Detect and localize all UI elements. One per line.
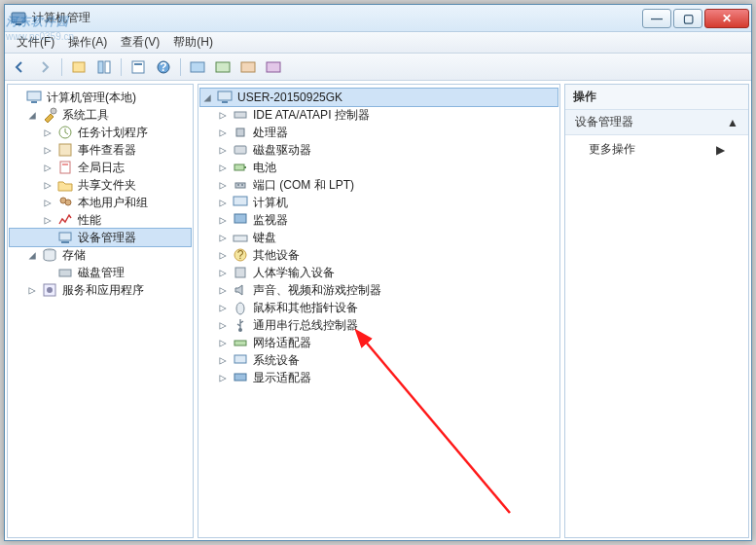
svg-rect-34: [244, 166, 246, 168]
nav-system-tools[interactable]: ◢ 系统工具: [10, 106, 191, 124]
device-system[interactable]: ▷系统设备: [200, 351, 558, 369]
device-monitor[interactable]: ▷监视器: [200, 211, 558, 229]
nav-shared-folders[interactable]: ▷共享文件夹: [10, 176, 191, 194]
cpu-icon: [233, 125, 248, 140]
device-cpu[interactable]: ▷处理器: [200, 124, 558, 141]
perf-icon: [57, 212, 73, 228]
svg-rect-18: [60, 162, 70, 173]
svg-rect-28: [218, 91, 232, 100]
nav-event-viewer[interactable]: ▷事件查看器: [10, 141, 191, 159]
minimize-button[interactable]: —: [642, 9, 671, 28]
device-tree[interactable]: ◢ USER-20150925GK ▷IDE ATA/ATAPI 控制器 ▷处理…: [198, 85, 559, 390]
nav-global-log[interactable]: ▷全局日志: [10, 159, 191, 176]
nav-task-scheduler[interactable]: ▷任务计划程序: [10, 124, 191, 141]
nav-disk-mgmt[interactable]: ▷磁盘管理: [10, 264, 191, 281]
view-button-1[interactable]: [187, 56, 208, 78]
svg-point-21: [65, 200, 71, 205]
device-hid[interactable]: ▷人体学输入设备: [200, 264, 558, 281]
expander-icon[interactable]: ▷: [216, 176, 230, 194]
close-button[interactable]: ✕: [704, 9, 749, 28]
expander-icon[interactable]: ▷: [216, 369, 230, 386]
nav-device-manager[interactable]: ▷设备管理器: [10, 229, 191, 246]
expander-icon[interactable]: ◢: [200, 89, 214, 106]
expander-icon[interactable]: ▷: [41, 176, 54, 194]
services-icon: [42, 282, 57, 298]
actions-section[interactable]: 设备管理器 ▲: [565, 110, 748, 135]
svg-rect-25: [59, 270, 71, 276]
expander-icon[interactable]: ▷: [216, 299, 230, 316]
svg-rect-40: [234, 236, 247, 241]
nav-services-apps[interactable]: ▷服务和应用程序: [10, 281, 191, 299]
expander-icon[interactable]: ◢: [25, 246, 39, 264]
disk-icon: [57, 265, 73, 280]
maximize-button[interactable]: ▢: [673, 9, 702, 28]
actions-panel: 操作 设备管理器 ▲ 更多操作 ▶: [564, 84, 749, 538]
expander-icon[interactable]: ▷: [216, 229, 230, 246]
unknown-icon: ?: [233, 247, 248, 263]
forward-button[interactable]: [34, 56, 55, 78]
nav-tree[interactable]: ▷ 计算机管理(本地) ◢ 系统工具 ▷任务计划程序 ▷事件查看器 ▷全局日志 …: [8, 85, 193, 303]
properties-button[interactable]: [127, 56, 149, 78]
showhide-button[interactable]: [93, 56, 115, 78]
device-battery[interactable]: ▷电池: [200, 159, 558, 176]
expander-icon[interactable]: ▷: [216, 281, 230, 299]
help-button[interactable]: ?: [153, 56, 174, 78]
menu-file[interactable]: 文件(F): [11, 32, 60, 53]
computer-icon: [217, 90, 233, 105]
more-actions[interactable]: 更多操作 ▶: [565, 135, 748, 164]
expander-icon[interactable]: ▷: [41, 124, 54, 141]
back-button[interactable]: [9, 56, 30, 78]
expander-icon[interactable]: ▷: [216, 106, 230, 124]
device-ide-ata[interactable]: ▷IDE ATA/ATAPI 控制器: [200, 106, 558, 124]
device-computer[interactable]: ▷计算机: [200, 194, 558, 211]
expander-icon[interactable]: ▷: [216, 246, 230, 264]
device-mouse[interactable]: ▷鼠标和其他指针设备: [200, 299, 558, 316]
menu-view[interactable]: 查看(V): [115, 32, 165, 53]
device-display[interactable]: ▷显示适配器: [200, 369, 558, 386]
device-usb[interactable]: ▷通用串行总线控制器: [200, 316, 558, 334]
log-icon: [57, 160, 73, 175]
device-keyboard[interactable]: ▷键盘: [200, 229, 558, 246]
event-icon: [57, 142, 73, 158]
svg-rect-6: [134, 63, 142, 65]
expander-icon[interactable]: ▷: [216, 351, 230, 369]
expander-icon[interactable]: ▷: [216, 334, 230, 351]
device-other[interactable]: ▷?其他设备: [200, 246, 558, 264]
app-icon: [11, 11, 26, 26]
menu-action[interactable]: 操作(A): [62, 32, 113, 53]
expander-icon[interactable]: ▷: [216, 264, 230, 281]
expander-icon[interactable]: ▷: [41, 141, 54, 159]
mouse-icon: [233, 300, 248, 315]
view-button-4[interactable]: [263, 56, 284, 78]
expander-icon[interactable]: ▷: [25, 281, 39, 299]
toolbar-sep: [180, 58, 181, 76]
expander-icon[interactable]: ▷: [216, 159, 230, 176]
view-button-2[interactable]: [212, 56, 234, 78]
expander-icon[interactable]: ▷: [216, 194, 230, 211]
nav-local-users[interactable]: ▷本地用户和组: [10, 194, 191, 211]
expander-icon[interactable]: ▷: [216, 211, 230, 229]
svg-point-45: [238, 328, 242, 332]
tools-icon: [42, 107, 57, 123]
hdd-icon: [233, 142, 248, 158]
svg-rect-23: [61, 241, 69, 243]
storage-icon: [42, 247, 57, 263]
expander-icon[interactable]: ▷: [41, 211, 54, 229]
device-network[interactable]: ▷网络适配器: [200, 334, 558, 351]
device-root[interactable]: ◢ USER-20150925GK: [200, 89, 558, 106]
nav-performance[interactable]: ▷性能: [10, 211, 191, 229]
device-ports[interactable]: ▷端口 (COM 和 LPT): [200, 176, 558, 194]
nav-root[interactable]: ▷ 计算机管理(本地): [10, 89, 191, 106]
menu-help[interactable]: 帮助(H): [167, 32, 219, 53]
up-button[interactable]: [68, 56, 90, 78]
view-button-3[interactable]: [237, 56, 259, 78]
nav-storage[interactable]: ◢存储: [10, 246, 191, 264]
expander-icon[interactable]: ▷: [41, 159, 54, 176]
expander-icon[interactable]: ▷: [216, 124, 230, 141]
device-sound[interactable]: ▷声音、视频和游戏控制器: [200, 281, 558, 299]
expander-icon[interactable]: ▷: [216, 141, 230, 159]
expander-icon[interactable]: ◢: [25, 106, 39, 124]
device-disk-drives[interactable]: ▷磁盘驱动器: [200, 141, 558, 159]
expander-icon[interactable]: ▷: [41, 194, 54, 211]
expander-icon[interactable]: ▷: [216, 316, 230, 334]
